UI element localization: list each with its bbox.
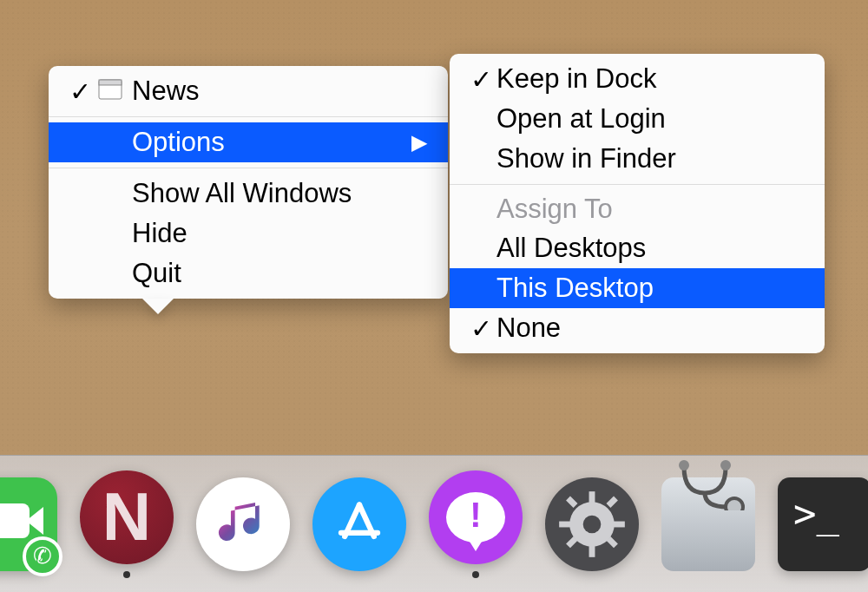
dock-item-appstore[interactable] [312,477,406,571]
svg-rect-10 [566,496,577,507]
running-indicator [123,571,130,578]
checkmark-icon: ✓ [465,313,496,344]
facetime-icon: ✆ [0,477,57,571]
submenu-item-none[interactable]: ✓ None [450,308,825,348]
appstore-icon [312,477,406,571]
submenu-section-assign-to: Assign To [450,190,825,228]
menu-item-options[interactable]: Options ▶ [49,122,448,162]
svg-point-15 [679,460,689,470]
menu-item-hide[interactable]: Hide [49,214,448,253]
dock-item-disk-utility[interactable] [661,477,755,571]
dock-item-system-preferences[interactable] [545,477,639,571]
menu-item-label: Show All Windows [132,178,427,209]
news-icon: N [80,470,174,564]
dock-item-terminal[interactable]: >_ [778,477,868,571]
svg-rect-9 [613,521,625,527]
feedback-icon: ! [429,470,523,564]
menu-item-label: News [132,76,427,107]
dock-item-facetime[interactable]: ✆ [0,477,57,571]
menu-item-label: Hide [132,218,427,249]
svg-point-17 [726,498,743,510]
menu-item-label: None [496,312,804,344]
dock-item-itunes[interactable] [196,477,290,571]
options-submenu: ✓ Keep in Dock Open at Login Show in Fin… [450,54,825,353]
submenu-item-keep-in-dock[interactable]: ✓ Keep in Dock [450,59,825,99]
svg-rect-7 [589,545,595,557]
gear-icon [545,477,639,571]
submenu-arrow-icon: ▶ [385,130,427,155]
desktop-background: ✓ News Options ▶ Show All Windows Hide Q… [0,0,868,592]
speech-bubble-icon: ! [446,492,505,543]
submenu-item-open-at-login[interactable]: Open at Login [450,99,825,139]
submenu-item-all-desktops[interactable]: All Desktops [450,228,825,268]
terminal-icon: >_ [778,477,868,571]
menu-item-label: Keep in Dock [496,63,804,95]
running-indicator [472,571,479,578]
menu-separator [49,116,448,117]
submenu-item-show-in-finder[interactable]: Show in Finder [450,139,825,179]
checkmark-icon: ✓ [64,76,95,107]
menu-item-quit[interactable]: Quit [49,253,448,293]
menu-pointer [142,299,174,314]
stethoscope-icon [667,458,762,510]
menu-item-label: This Desktop [496,273,804,304]
svg-rect-1 [99,80,122,85]
window-icon [95,76,125,107]
disk-utility-icon [661,477,755,571]
svg-rect-6 [589,491,595,503]
itunes-icon [196,477,290,571]
svg-point-16 [720,460,731,470]
menu-item-label: Quit [132,258,427,289]
menu-item-label: Show in Finder [496,143,804,174]
dock-context-menu: ✓ News Options ▶ Show All Windows Hide Q… [49,66,448,299]
svg-rect-8 [559,521,571,527]
menu-separator [450,184,825,185]
dock-item-feedback[interactable]: ! [429,470,523,578]
checkmark-icon: ✓ [465,64,496,95]
menu-item-window-news[interactable]: ✓ News [49,71,448,111]
svg-point-14 [583,515,602,533]
menu-item-label: Open at Login [496,103,804,135]
submenu-item-this-desktop[interactable]: This Desktop [450,268,825,308]
menu-item-label: All Desktops [496,233,804,264]
svg-rect-12 [607,496,618,507]
menu-item-label: Options [132,127,385,158]
menu-item-show-all-windows[interactable]: Show All Windows [49,174,448,214]
dock: ✆ N ! [0,455,868,592]
phone-icon: ✆ [23,536,62,576]
menu-separator [49,168,448,168]
dock-item-news[interactable]: N [80,470,174,578]
